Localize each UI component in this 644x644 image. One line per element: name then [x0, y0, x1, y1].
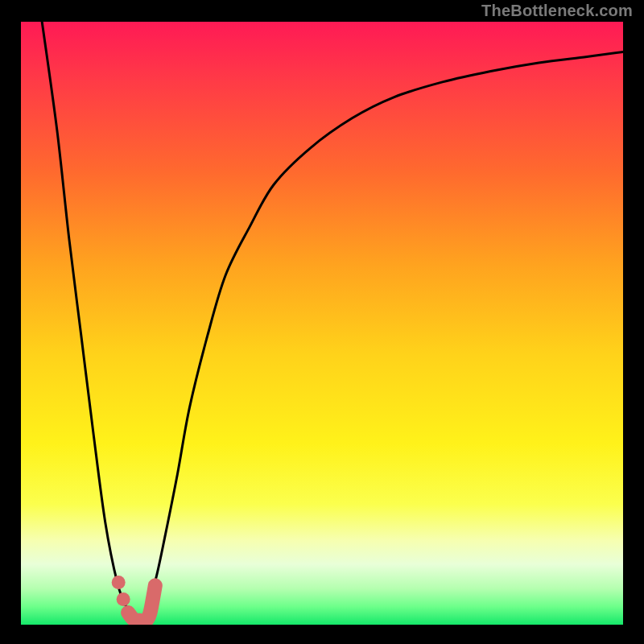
- bottleneck-chart: [0, 0, 644, 644]
- gradient-background: [21, 22, 623, 625]
- optimal-dot: [117, 592, 130, 606]
- watermark-label: TheBottleneck.com: [481, 2, 633, 20]
- chart-stage: TheBottleneck.com: [0, 0, 644, 644]
- optimal-dot: [112, 576, 126, 589]
